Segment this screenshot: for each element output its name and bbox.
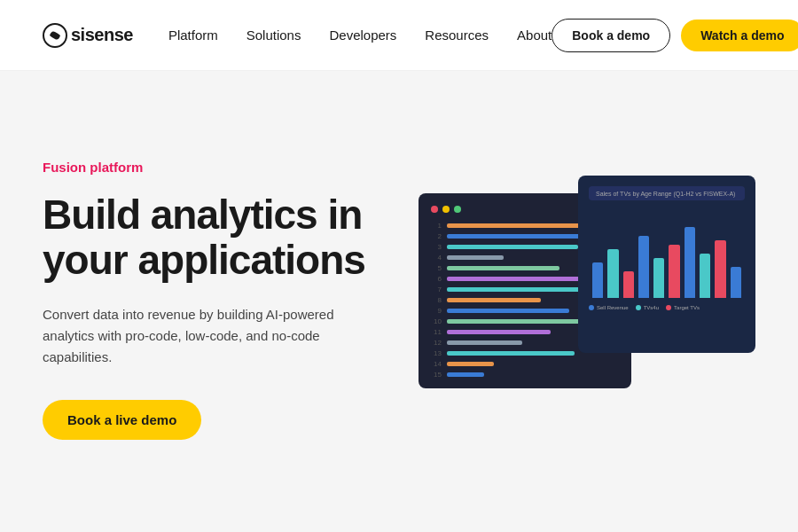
window-dot-green (454, 206, 461, 213)
code-token (447, 287, 588, 292)
chart-legend: Sell Revenue TVs4u Target TVs (589, 305, 745, 310)
code-token (447, 351, 575, 356)
chart-bars (589, 209, 745, 298)
code-token (447, 298, 541, 302)
logo-link[interactable]: sisense (43, 23, 133, 48)
chart-title-bar: Sales of TVs by Age Range (Q1-H2 vs FISW… (589, 186, 745, 200)
code-token (447, 266, 559, 270)
code-line-15: 15 (431, 371, 619, 379)
nav-links: Platform Solutions Developers Resources … (168, 27, 552, 43)
chart-bar-9 (715, 240, 725, 298)
legend-dot-2 (636, 305, 641, 310)
legend-item-2: TVs4u (636, 305, 659, 310)
logo-text: sisense (71, 25, 133, 45)
code-token (447, 340, 522, 345)
window-dot-red (431, 206, 438, 213)
legend-dot-1 (589, 305, 594, 310)
hero-label: Fusion platform (43, 160, 365, 175)
book-demo-button[interactable]: Book a demo (552, 19, 670, 52)
chart-bar-3 (623, 271, 634, 298)
legend-label-3: Target TVs (674, 305, 700, 310)
hero-title: Build analytics in your applications (43, 192, 365, 282)
code-token (447, 245, 578, 249)
code-token (447, 223, 598, 228)
legend-label-1: Sell Revenue (597, 305, 629, 310)
nav-item-about[interactable]: About (517, 27, 552, 43)
navbar: sisense Platform Solutions Developers Re… (0, 0, 798, 71)
sisense-logo-icon (43, 23, 67, 48)
chart-bar-1 (592, 262, 603, 298)
code-token (447, 330, 551, 334)
code-token (447, 372, 484, 377)
legend-label-2: TVs4u (644, 305, 659, 310)
chart-bar-4 (638, 236, 649, 298)
nav-item-developers[interactable]: Developers (329, 27, 396, 43)
nav-actions: Book a demo Watch a demo (552, 19, 798, 52)
hero-title-line1: Build analytics in (43, 192, 362, 238)
hero-description: Convert data into revenue by building AI… (43, 304, 362, 368)
hero-visual: 1 2 3 4 5 (419, 176, 755, 424)
hero-title-line2: your applications (43, 237, 365, 283)
code-token (447, 255, 504, 260)
chart-bar-7 (685, 227, 695, 298)
hero-cta-button[interactable]: Book a live demo (43, 400, 201, 440)
legend-dot-3 (666, 305, 671, 310)
watch-demo-button[interactable]: Watch a demo (681, 20, 798, 51)
hero-section: Fusion platform Build analytics in your … (0, 71, 798, 532)
legend-item-3: Target TVs (666, 305, 700, 310)
code-token (447, 309, 569, 313)
chart-bar-6 (669, 245, 679, 298)
window-dot-yellow (442, 206, 450, 213)
chart-bar-10 (731, 267, 741, 298)
chart-bar-2 (607, 249, 618, 298)
chart-title-text: Sales of TVs by Age Range (Q1-H2 vs FISW… (596, 191, 735, 197)
code-token (447, 362, 494, 366)
code-line-14: 14 (431, 360, 619, 368)
chart-bar-5 (653, 258, 664, 298)
hero-content: Fusion platform Build analytics in your … (43, 160, 365, 439)
nav-item-resources[interactable]: Resources (425, 27, 489, 43)
nav-item-platform[interactable]: Platform (168, 27, 218, 43)
legend-item-1: Sell Revenue (589, 305, 629, 310)
chart-bar-8 (700, 254, 710, 298)
nav-item-solutions[interactable]: Solutions (246, 27, 301, 43)
chart-screenshot: Sales of TVs by Age Range (Q1-H2 vs FISW… (578, 176, 755, 353)
